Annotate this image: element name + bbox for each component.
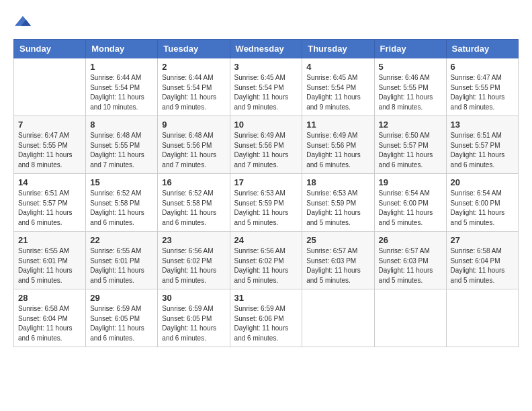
sunrise-text: Sunrise: 6:50 AM xyxy=(379,132,430,139)
day-info: Sunrise: 6:56 AM Sunset: 6:02 PM Dayligh… xyxy=(234,246,298,285)
sunset-text: Sunset: 6:01 PM xyxy=(18,257,68,265)
day-number: 17 xyxy=(234,177,298,187)
day-number: 19 xyxy=(379,177,442,187)
calendar-cell: 16 Sunrise: 6:52 AM Sunset: 5:58 PM Dayl… xyxy=(158,174,230,232)
day-number: 20 xyxy=(451,177,514,187)
day-info: Sunrise: 6:53 AM Sunset: 5:59 PM Dayligh… xyxy=(234,189,298,228)
daylight-text: Daylight: 11 hours and 5 minutes. xyxy=(379,209,433,226)
calendar-cell: 17 Sunrise: 6:53 AM Sunset: 5:59 PM Dayl… xyxy=(230,174,302,232)
day-info: Sunrise: 6:49 AM Sunset: 5:56 PM Dayligh… xyxy=(306,131,369,170)
day-info: Sunrise: 6:58 AM Sunset: 6:04 PM Dayligh… xyxy=(451,246,514,285)
daylight-text: Daylight: 11 hours and 9 minutes. xyxy=(162,93,216,111)
sunset-text: Sunset: 5:58 PM xyxy=(162,199,212,207)
day-info: Sunrise: 6:56 AM Sunset: 6:02 PM Dayligh… xyxy=(162,246,225,285)
sunrise-text: Sunrise: 6:54 AM xyxy=(379,189,430,197)
calendar-cell: 7 Sunrise: 6:47 AM Sunset: 5:55 PM Dayli… xyxy=(14,116,86,174)
day-header-tuesday: Tuesday xyxy=(158,40,230,58)
daylight-text: Daylight: 11 hours and 5 minutes. xyxy=(234,267,289,284)
sunset-text: Sunset: 6:06 PM xyxy=(234,315,284,322)
day-number: 27 xyxy=(451,235,514,245)
calendar-cell: 4 Sunrise: 6:45 AM Sunset: 5:54 PM Dayli… xyxy=(302,58,374,116)
day-header-friday: Friday xyxy=(374,40,446,58)
day-info: Sunrise: 6:59 AM Sunset: 6:06 PM Dayligh… xyxy=(234,304,298,343)
day-number: 18 xyxy=(306,177,369,187)
calendar-header: SundayMondayTuesdayWednesdayThursdayFrid… xyxy=(14,40,519,58)
day-number: 25 xyxy=(306,235,369,245)
sunset-text: Sunset: 6:01 PM xyxy=(90,257,140,265)
day-info: Sunrise: 6:47 AM Sunset: 5:55 PM Dayligh… xyxy=(451,73,514,112)
sunset-text: Sunset: 6:05 PM xyxy=(162,315,212,322)
day-info: Sunrise: 6:55 AM Sunset: 6:01 PM Dayligh… xyxy=(18,246,81,285)
daylight-text: Daylight: 11 hours and 5 minutes. xyxy=(451,209,505,226)
calendar-cell: 3 Sunrise: 6:45 AM Sunset: 5:54 PM Dayli… xyxy=(230,58,302,116)
sunrise-text: Sunrise: 6:44 AM xyxy=(90,74,141,81)
sunset-text: Sunset: 5:55 PM xyxy=(90,142,140,149)
day-number: 10 xyxy=(234,120,298,130)
calendar-cell: 20 Sunrise: 6:54 AM Sunset: 6:00 PM Dayl… xyxy=(446,174,518,232)
day-info: Sunrise: 6:53 AM Sunset: 5:59 PM Dayligh… xyxy=(306,189,369,228)
calendar-cell: 27 Sunrise: 6:58 AM Sunset: 6:04 PM Dayl… xyxy=(446,232,518,289)
page-header xyxy=(13,13,519,32)
sunrise-text: Sunrise: 6:59 AM xyxy=(90,305,141,312)
daylight-text: Daylight: 11 hours and 10 minutes. xyxy=(90,93,144,111)
day-number: 29 xyxy=(90,293,153,303)
day-info: Sunrise: 6:48 AM Sunset: 5:55 PM Dayligh… xyxy=(90,131,153,170)
calendar-cell: 1 Sunrise: 6:44 AM Sunset: 5:54 PM Dayli… xyxy=(86,58,158,116)
day-info: Sunrise: 6:52 AM Sunset: 5:58 PM Dayligh… xyxy=(162,189,225,228)
daylight-text: Daylight: 11 hours and 5 minutes. xyxy=(18,267,73,284)
day-number: 31 xyxy=(234,293,298,303)
day-info: Sunrise: 6:44 AM Sunset: 5:54 PM Dayligh… xyxy=(162,73,225,112)
sunset-text: Sunset: 5:59 PM xyxy=(234,199,284,207)
calendar-cell: 6 Sunrise: 6:47 AM Sunset: 5:55 PM Dayli… xyxy=(446,58,518,116)
daylight-text: Daylight: 11 hours and 5 minutes. xyxy=(306,267,361,284)
daylight-text: Daylight: 11 hours and 8 minutes. xyxy=(18,151,73,169)
day-number: 24 xyxy=(234,235,298,245)
calendar-cell: 24 Sunrise: 6:56 AM Sunset: 6:02 PM Dayl… xyxy=(230,232,302,289)
day-number: 7 xyxy=(18,120,81,130)
day-header-wednesday: Wednesday xyxy=(230,40,302,58)
calendar-cell: 23 Sunrise: 6:56 AM Sunset: 6:02 PM Dayl… xyxy=(158,232,230,289)
daylight-text: Daylight: 11 hours and 7 minutes. xyxy=(90,151,144,169)
daylight-text: Daylight: 11 hours and 6 minutes. xyxy=(451,151,505,169)
sunrise-text: Sunrise: 6:49 AM xyxy=(306,132,357,139)
sunset-text: Sunset: 5:55 PM xyxy=(451,84,500,91)
sunset-text: Sunset: 6:05 PM xyxy=(90,315,140,322)
day-number: 15 xyxy=(90,177,153,187)
calendar-cell xyxy=(14,58,86,116)
day-info: Sunrise: 6:44 AM Sunset: 5:54 PM Dayligh… xyxy=(90,73,153,112)
sunset-text: Sunset: 6:02 PM xyxy=(234,257,284,265)
daylight-text: Daylight: 11 hours and 6 minutes. xyxy=(234,324,289,342)
calendar-week-5: 28 Sunrise: 6:58 AM Sunset: 6:04 PM Dayl… xyxy=(14,289,519,347)
logo xyxy=(13,13,35,32)
sunrise-text: Sunrise: 6:58 AM xyxy=(451,247,502,255)
daylight-text: Daylight: 11 hours and 5 minutes. xyxy=(451,267,505,284)
day-info: Sunrise: 6:59 AM Sunset: 6:05 PM Dayligh… xyxy=(90,304,153,343)
day-number: 14 xyxy=(18,177,81,187)
day-info: Sunrise: 6:59 AM Sunset: 6:05 PM Dayligh… xyxy=(162,304,225,343)
sunrise-text: Sunrise: 6:56 AM xyxy=(234,247,285,255)
day-number: 9 xyxy=(162,120,225,130)
daylight-text: Daylight: 11 hours and 9 minutes. xyxy=(234,93,289,111)
sunset-text: Sunset: 6:03 PM xyxy=(306,257,356,265)
day-number: 11 xyxy=(306,120,369,130)
sunset-text: Sunset: 5:59 PM xyxy=(306,199,356,207)
day-info: Sunrise: 6:58 AM Sunset: 6:04 PM Dayligh… xyxy=(18,304,81,343)
daylight-text: Daylight: 11 hours and 6 minutes. xyxy=(90,324,144,342)
daylight-text: Daylight: 11 hours and 5 minutes. xyxy=(306,209,361,226)
calendar-cell: 14 Sunrise: 6:51 AM Sunset: 5:57 PM Dayl… xyxy=(14,174,86,232)
calendar-week-4: 21 Sunrise: 6:55 AM Sunset: 6:01 PM Dayl… xyxy=(14,232,519,289)
day-number: 1 xyxy=(90,62,153,72)
calendar-cell: 12 Sunrise: 6:50 AM Sunset: 5:57 PM Dayl… xyxy=(374,116,446,174)
calendar-cell: 5 Sunrise: 6:46 AM Sunset: 5:55 PM Dayli… xyxy=(374,58,446,116)
sunset-text: Sunset: 5:54 PM xyxy=(90,84,140,91)
daylight-text: Daylight: 11 hours and 6 minutes. xyxy=(90,209,144,226)
sunrise-text: Sunrise: 6:56 AM xyxy=(162,247,213,255)
day-number: 16 xyxy=(162,177,225,187)
sunrise-text: Sunrise: 6:58 AM xyxy=(18,305,69,312)
daylight-text: Daylight: 11 hours and 6 minutes. xyxy=(18,209,73,226)
day-info: Sunrise: 6:55 AM Sunset: 6:01 PM Dayligh… xyxy=(90,246,153,285)
calendar-cell: 25 Sunrise: 6:57 AM Sunset: 6:03 PM Dayl… xyxy=(302,232,374,289)
sunset-text: Sunset: 5:55 PM xyxy=(379,84,429,91)
day-number: 4 xyxy=(306,62,369,72)
calendar-week-3: 14 Sunrise: 6:51 AM Sunset: 5:57 PM Dayl… xyxy=(14,174,519,232)
